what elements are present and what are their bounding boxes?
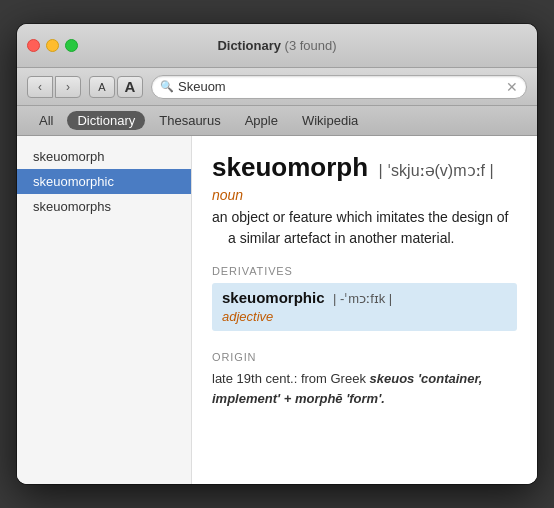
tab-thesaurus[interactable]: Thesaurus (149, 111, 230, 130)
derivatives-header: DERIVATIVES (212, 265, 517, 277)
title-count: (3 found) (285, 38, 337, 53)
derivative-phonetic: | -ˈmɔːfɪk | (333, 291, 392, 306)
content-area: skeuomorph skeuomorphic skeuomorphs skeu… (17, 136, 537, 484)
origin-header: ORIGIN (212, 351, 256, 363)
sidebar-item-skeuomorph[interactable]: skeuomorph (17, 144, 191, 169)
dictionary-window: Dictionary (3 found) ‹ › A A 🔍 ✕ All Dic… (17, 24, 537, 484)
title-label: Dictionary (217, 38, 281, 53)
back-button[interactable]: ‹ (27, 76, 53, 98)
font-size-buttons: A A (89, 76, 143, 98)
nav-buttons: ‹ › (27, 76, 81, 98)
tabs-bar: All Dictionary Thesaurus Apple Wikipedia (17, 106, 537, 136)
search-icon: 🔍 (160, 80, 174, 93)
minimize-button[interactable] (46, 39, 59, 52)
tab-dictionary[interactable]: Dictionary (67, 111, 145, 130)
definition-panel: skeuomorph | ˈskjuːə(v)mɔːf | noun an ob… (192, 136, 537, 484)
definition-text: an object or feature which imitates the … (212, 207, 517, 249)
word-title: skeuomorph (212, 152, 368, 182)
word-phonetic: | ˈskjuːə(v)mɔːf | (378, 162, 493, 179)
search-clear-button[interactable]: ✕ (506, 80, 518, 94)
tab-wikipedia[interactable]: Wikipedia (292, 111, 368, 130)
derivative-word: skeuomorphic (222, 289, 325, 306)
forward-button[interactable]: › (55, 76, 81, 98)
close-button[interactable] (27, 39, 40, 52)
font-increase-button[interactable]: A (117, 76, 143, 98)
traffic-lights (27, 39, 78, 52)
origin-italic: skeuos 'container, implement' + morphē '… (212, 371, 482, 406)
titlebar: Dictionary (3 found) (17, 24, 537, 68)
toolbar: ‹ › A A 🔍 ✕ (17, 68, 537, 106)
sidebar-item-skeuomorphs[interactable]: skeuomorphs (17, 194, 191, 219)
part-of-speech: noun (212, 187, 517, 203)
derivative-pos: adjective (222, 309, 273, 324)
origin-section: ORIGIN late 19th cent.: from Greek skeuo… (212, 347, 517, 408)
font-decrease-button[interactable]: A (89, 76, 115, 98)
maximize-button[interactable] (65, 39, 78, 52)
sidebar: skeuomorph skeuomorphic skeuomorphs (17, 136, 192, 484)
search-input[interactable] (178, 79, 506, 94)
word-header: skeuomorph | ˈskjuːə(v)mɔːf | (212, 152, 517, 183)
derivative-block: skeuomorphic | -ˈmɔːfɪk | adjective (212, 283, 517, 331)
search-box: 🔍 ✕ (151, 75, 527, 99)
origin-text: late 19th cent.: from Greek skeuos 'cont… (212, 369, 517, 408)
tab-apple[interactable]: Apple (235, 111, 288, 130)
tab-all[interactable]: All (29, 111, 63, 130)
sidebar-item-skeuomorphic[interactable]: skeuomorphic (17, 169, 191, 194)
window-title: Dictionary (3 found) (217, 38, 336, 53)
